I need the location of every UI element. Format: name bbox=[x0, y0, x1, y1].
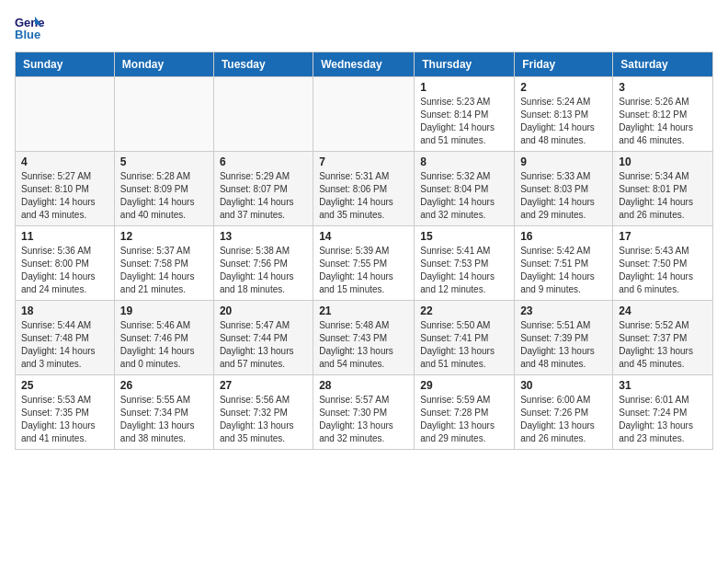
calendar-cell bbox=[313, 77, 415, 152]
day-info: Sunrise: 5:23 AM Sunset: 8:14 PM Dayligh… bbox=[420, 96, 508, 147]
day-number: 30 bbox=[520, 379, 607, 392]
calendar-cell: 11Sunrise: 5:36 AM Sunset: 8:00 PM Dayli… bbox=[16, 226, 115, 301]
day-info: Sunrise: 5:52 AM Sunset: 7:37 PM Dayligh… bbox=[619, 319, 707, 371]
calendar-table: SundayMondayTuesdayWednesdayThursdayFrid… bbox=[15, 52, 713, 450]
day-number: 18 bbox=[21, 304, 108, 317]
day-info: Sunrise: 5:55 AM Sunset: 7:34 PM Dayligh… bbox=[120, 394, 208, 445]
logo: General Blue bbox=[15, 15, 44, 40]
day-number: 19 bbox=[120, 304, 208, 317]
calendar-cell: 9Sunrise: 5:33 AM Sunset: 8:03 PM Daylig… bbox=[515, 152, 613, 226]
calendar-cell: 27Sunrise: 5:56 AM Sunset: 7:32 PM Dayli… bbox=[213, 375, 313, 450]
day-number: 22 bbox=[420, 304, 508, 317]
day-number: 15 bbox=[420, 230, 508, 243]
calendar-cell: 31Sunrise: 6:01 AM Sunset: 7:24 PM Dayli… bbox=[613, 375, 713, 450]
calendar-cell: 4Sunrise: 5:27 AM Sunset: 8:10 PM Daylig… bbox=[16, 152, 115, 226]
calendar-cell: 23Sunrise: 5:51 AM Sunset: 7:39 PM Dayli… bbox=[515, 301, 613, 375]
calendar-cell: 21Sunrise: 5:48 AM Sunset: 7:43 PM Dayli… bbox=[313, 301, 415, 375]
day-info: Sunrise: 5:24 AM Sunset: 8:13 PM Dayligh… bbox=[520, 96, 607, 147]
calendar-cell: 30Sunrise: 6:00 AM Sunset: 7:26 PM Dayli… bbox=[515, 375, 613, 450]
day-number: 28 bbox=[319, 379, 408, 392]
calendar-cell: 24Sunrise: 5:52 AM Sunset: 7:37 PM Dayli… bbox=[613, 301, 713, 375]
day-number: 17 bbox=[619, 230, 707, 243]
day-info: Sunrise: 5:32 AM Sunset: 8:04 PM Dayligh… bbox=[420, 170, 508, 222]
day-number: 20 bbox=[220, 304, 307, 317]
calendar-cell: 17Sunrise: 5:43 AM Sunset: 7:50 PM Dayli… bbox=[613, 226, 713, 301]
day-number: 10 bbox=[619, 155, 707, 168]
day-number: 9 bbox=[520, 155, 607, 168]
day-info: Sunrise: 5:39 AM Sunset: 7:55 PM Dayligh… bbox=[319, 245, 408, 296]
day-info: Sunrise: 5:37 AM Sunset: 7:58 PM Dayligh… bbox=[120, 245, 208, 296]
weekday-header-tuesday: Tuesday bbox=[213, 52, 313, 77]
day-info: Sunrise: 5:59 AM Sunset: 7:28 PM Dayligh… bbox=[420, 394, 508, 445]
day-info: Sunrise: 5:31 AM Sunset: 8:06 PM Dayligh… bbox=[319, 170, 408, 222]
day-number: 14 bbox=[319, 230, 408, 243]
calendar-cell: 2Sunrise: 5:24 AM Sunset: 8:13 PM Daylig… bbox=[515, 77, 613, 152]
day-number: 11 bbox=[21, 230, 108, 243]
calendar-cell: 16Sunrise: 5:42 AM Sunset: 7:51 PM Dayli… bbox=[515, 226, 613, 301]
day-info: Sunrise: 5:42 AM Sunset: 7:51 PM Dayligh… bbox=[520, 245, 607, 296]
day-info: Sunrise: 5:48 AM Sunset: 7:43 PM Dayligh… bbox=[319, 319, 408, 371]
day-number: 29 bbox=[420, 379, 508, 392]
calendar-cell: 8Sunrise: 5:32 AM Sunset: 8:04 PM Daylig… bbox=[415, 152, 515, 226]
day-info: Sunrise: 5:27 AM Sunset: 8:10 PM Dayligh… bbox=[21, 170, 108, 222]
day-info: Sunrise: 5:28 AM Sunset: 8:09 PM Dayligh… bbox=[120, 170, 208, 222]
calendar-week-row: 4Sunrise: 5:27 AM Sunset: 8:10 PM Daylig… bbox=[16, 152, 713, 226]
day-number: 3 bbox=[619, 81, 707, 94]
day-number: 7 bbox=[319, 155, 408, 168]
weekday-header-thursday: Thursday bbox=[415, 52, 515, 77]
day-info: Sunrise: 5:26 AM Sunset: 8:12 PM Dayligh… bbox=[619, 96, 707, 147]
day-info: Sunrise: 5:50 AM Sunset: 7:41 PM Dayligh… bbox=[420, 319, 508, 371]
day-info: Sunrise: 5:53 AM Sunset: 7:35 PM Dayligh… bbox=[21, 394, 108, 445]
day-info: Sunrise: 5:29 AM Sunset: 8:07 PM Dayligh… bbox=[220, 170, 307, 222]
calendar-week-row: 25Sunrise: 5:53 AM Sunset: 7:35 PM Dayli… bbox=[16, 375, 713, 450]
day-number: 25 bbox=[21, 379, 108, 392]
calendar-cell: 29Sunrise: 5:59 AM Sunset: 7:28 PM Dayli… bbox=[415, 375, 515, 450]
day-number: 31 bbox=[619, 379, 707, 392]
day-info: Sunrise: 5:36 AM Sunset: 8:00 PM Dayligh… bbox=[21, 245, 108, 296]
day-info: Sunrise: 5:46 AM Sunset: 7:46 PM Dayligh… bbox=[120, 319, 208, 371]
calendar-cell: 3Sunrise: 5:26 AM Sunset: 8:12 PM Daylig… bbox=[613, 77, 713, 152]
day-info: Sunrise: 5:44 AM Sunset: 7:48 PM Dayligh… bbox=[21, 319, 108, 371]
day-info: Sunrise: 6:00 AM Sunset: 7:26 PM Dayligh… bbox=[520, 394, 607, 445]
day-number: 21 bbox=[319, 304, 408, 317]
day-number: 5 bbox=[120, 155, 208, 168]
calendar-week-row: 18Sunrise: 5:44 AM Sunset: 7:48 PM Dayli… bbox=[16, 301, 713, 375]
day-number: 16 bbox=[520, 230, 607, 243]
calendar-cell: 12Sunrise: 5:37 AM Sunset: 7:58 PM Dayli… bbox=[114, 226, 213, 301]
day-info: Sunrise: 5:33 AM Sunset: 8:03 PM Dayligh… bbox=[520, 170, 607, 222]
calendar-cell: 15Sunrise: 5:41 AM Sunset: 7:53 PM Dayli… bbox=[415, 226, 515, 301]
day-info: Sunrise: 5:41 AM Sunset: 7:53 PM Dayligh… bbox=[420, 245, 508, 296]
day-number: 6 bbox=[220, 155, 307, 168]
calendar-cell: 6Sunrise: 5:29 AM Sunset: 8:07 PM Daylig… bbox=[213, 152, 313, 226]
day-number: 23 bbox=[520, 304, 607, 317]
calendar-cell bbox=[213, 77, 313, 152]
calendar-cell: 19Sunrise: 5:46 AM Sunset: 7:46 PM Dayli… bbox=[114, 301, 213, 375]
weekday-header-monday: Monday bbox=[114, 52, 213, 77]
calendar-cell: 18Sunrise: 5:44 AM Sunset: 7:48 PM Dayli… bbox=[16, 301, 115, 375]
calendar-cell: 14Sunrise: 5:39 AM Sunset: 7:55 PM Dayli… bbox=[313, 226, 415, 301]
day-number: 26 bbox=[120, 379, 208, 392]
calendar-cell: 1Sunrise: 5:23 AM Sunset: 8:14 PM Daylig… bbox=[415, 77, 515, 152]
calendar-cell: 28Sunrise: 5:57 AM Sunset: 7:30 PM Dayli… bbox=[313, 375, 415, 450]
calendar-cell: 22Sunrise: 5:50 AM Sunset: 7:41 PM Dayli… bbox=[415, 301, 515, 375]
day-number: 13 bbox=[220, 230, 307, 243]
day-info: Sunrise: 5:56 AM Sunset: 7:32 PM Dayligh… bbox=[220, 394, 307, 445]
day-info: Sunrise: 5:57 AM Sunset: 7:30 PM Dayligh… bbox=[319, 394, 408, 445]
calendar-cell: 20Sunrise: 5:47 AM Sunset: 7:44 PM Dayli… bbox=[213, 301, 313, 375]
weekday-header-friday: Friday bbox=[515, 52, 613, 77]
day-number: 27 bbox=[220, 379, 307, 392]
svg-text:Blue: Blue bbox=[15, 28, 40, 40]
calendar-week-row: 11Sunrise: 5:36 AM Sunset: 8:00 PM Dayli… bbox=[16, 226, 713, 301]
calendar-week-row: 1Sunrise: 5:23 AM Sunset: 8:14 PM Daylig… bbox=[16, 77, 713, 152]
calendar-cell: 13Sunrise: 5:38 AM Sunset: 7:56 PM Dayli… bbox=[213, 226, 313, 301]
weekday-header-wednesday: Wednesday bbox=[313, 52, 415, 77]
day-info: Sunrise: 5:43 AM Sunset: 7:50 PM Dayligh… bbox=[619, 245, 707, 296]
calendar-cell bbox=[114, 77, 213, 152]
calendar-cell bbox=[16, 77, 115, 152]
day-number: 2 bbox=[520, 81, 607, 94]
day-number: 1 bbox=[420, 81, 508, 94]
weekday-header-sunday: Sunday bbox=[16, 52, 115, 77]
weekday-header-row: SundayMondayTuesdayWednesdayThursdayFrid… bbox=[16, 52, 713, 77]
calendar-cell: 25Sunrise: 5:53 AM Sunset: 7:35 PM Dayli… bbox=[16, 375, 115, 450]
page-header: General Blue bbox=[15, 15, 713, 40]
